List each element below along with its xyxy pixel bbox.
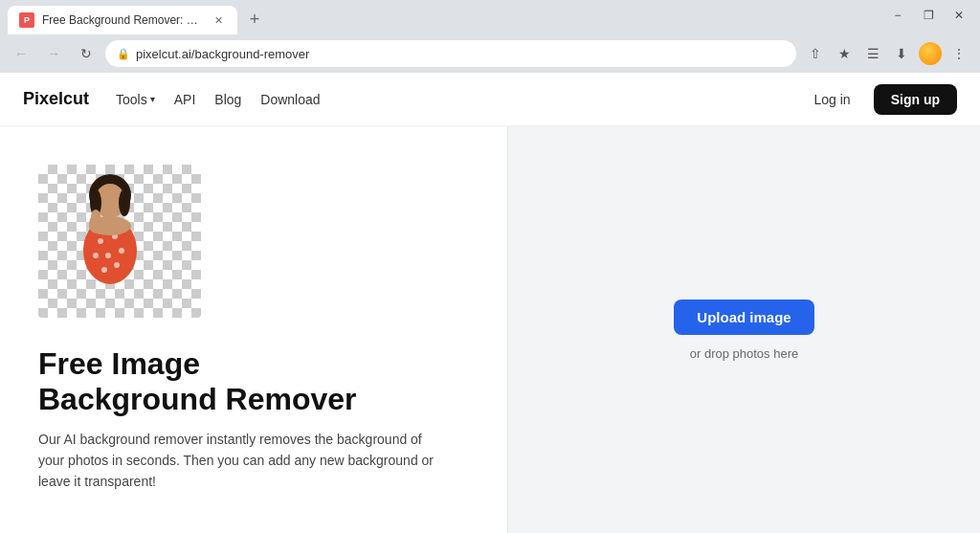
address-bar[interactable]: 🔒 pixelcut.ai/background-remover <box>105 40 796 67</box>
svg-point-3 <box>119 189 130 216</box>
upload-area: Upload image or drop photos here <box>674 300 813 361</box>
chevron-down-icon: ▾ <box>150 94 155 104</box>
reload-button[interactable]: ↻ <box>73 40 100 67</box>
svg-point-10 <box>93 253 99 258</box>
hero-text: Free Image Background Remover Our AI bac… <box>38 346 469 493</box>
svg-point-15 <box>91 210 100 223</box>
signup-button[interactable]: Sign up <box>874 84 957 115</box>
nav-link-tools[interactable]: Tools ▾ <box>116 92 155 107</box>
browser-window: P Free Background Remover: Re... ✕ + − ❐… <box>0 0 980 533</box>
download-icon[interactable]: ⬇ <box>888 40 915 67</box>
nav-link-api[interactable]: API <box>174 92 196 107</box>
nav-link-blog[interactable]: Blog <box>214 92 241 107</box>
close-button[interactable]: ✕ <box>946 2 972 29</box>
cast-icon[interactable]: ⇧ <box>802 40 829 67</box>
right-panel: Upload image or drop photos here <box>507 126 980 533</box>
drop-label: or drop photos here <box>690 346 798 361</box>
hero-description: Our AI background remover instantly remo… <box>38 429 450 493</box>
svg-point-6 <box>98 238 103 244</box>
main-area: Free Image Background Remover Our AI bac… <box>0 126 980 533</box>
menu-icon[interactable]: ⋮ <box>946 40 972 67</box>
browser-tab[interactable]: P Free Background Remover: Re... ✕ <box>8 6 237 34</box>
person-illustration <box>62 174 158 318</box>
tab-close-button[interactable]: ✕ <box>211 12 226 28</box>
back-button[interactable]: ← <box>8 40 34 67</box>
svg-point-12 <box>101 267 107 273</box>
browser-toolbar-icons: ⇧ ★ ☰ ⬇ ⋮ <box>802 40 972 67</box>
browser-addressbar: ← → ↻ 🔒 pixelcut.ai/background-remover ⇧… <box>0 34 980 73</box>
site-nav: Pixelcut Tools ▾ API Blog Download Log i… <box>0 73 980 126</box>
new-tab-button[interactable]: + <box>241 6 268 33</box>
login-button[interactable]: Log in <box>803 84 862 115</box>
browser-titlebar: P Free Background Remover: Re... ✕ + − ❐… <box>0 0 980 34</box>
tab-favicon: P <box>19 12 34 28</box>
url-text: pixelcut.ai/background-remover <box>136 47 785 61</box>
extensions-icon[interactable]: ☰ <box>859 40 886 67</box>
lock-icon: 🔒 <box>117 48 130 60</box>
left-panel: Free Image Background Remover Our AI bac… <box>0 126 507 533</box>
bookmark-icon[interactable]: ★ <box>831 40 858 67</box>
forward-button[interactable]: → <box>40 40 67 67</box>
svg-point-8 <box>105 253 111 258</box>
upload-image-button[interactable]: Upload image <box>674 300 813 335</box>
nav-auth: Log in Sign up <box>803 84 957 115</box>
nav-links: Tools ▾ API Blog Download <box>116 92 321 107</box>
profile-icon[interactable] <box>917 40 944 67</box>
profile-avatar <box>919 42 942 65</box>
window-controls: − ❐ ✕ <box>884 2 972 29</box>
minimize-button[interactable]: − <box>884 2 911 29</box>
site-logo[interactable]: Pixelcut <box>23 89 89 109</box>
svg-point-9 <box>119 248 124 254</box>
hero-image <box>38 165 201 318</box>
svg-point-11 <box>114 262 120 268</box>
nav-link-download[interactable]: Download <box>260 92 320 107</box>
tab-title: Free Background Remover: Re... <box>42 13 203 27</box>
hero-heading: Free Image Background Remover <box>38 346 469 417</box>
page-content: Pixelcut Tools ▾ API Blog Download Log i… <box>0 73 980 533</box>
maximize-button[interactable]: ❐ <box>915 2 942 29</box>
